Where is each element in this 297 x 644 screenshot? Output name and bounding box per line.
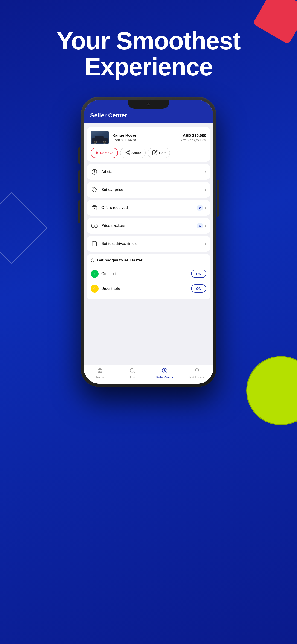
set-test-drives-label: Set test drives times — [101, 242, 205, 246]
svg-rect-18 — [100, 371, 101, 372]
calendar-icon — [91, 240, 98, 247]
svg-point-22 — [164, 370, 165, 371]
urgent-sale-label: Urgent sale — [101, 286, 191, 291]
svg-point-2 — [128, 154, 130, 155]
remove-button[interactable]: 🗑 Remove — [91, 148, 118, 158]
phone-mockup: Seller Center — [80, 97, 216, 387]
nav-item-seller-center[interactable]: Seller Center — [148, 368, 181, 379]
chevron-right-icon: › — [205, 206, 206, 210]
home-nav-label: Home — [96, 376, 104, 379]
car-actions: 🗑 Remove Share — [91, 148, 206, 158]
badges-title: Get badges to sell faster — [97, 258, 142, 262]
edit-button[interactable]: Edit — [148, 148, 170, 158]
svg-point-10 — [92, 225, 94, 228]
car-model: Sport 3.0L V6 SC — [112, 138, 178, 142]
chevron-right-icon: › — [205, 224, 206, 228]
car-image — [91, 130, 109, 144]
hero-title: Your Smoothest Experience — [0, 28, 297, 80]
menu-item-test-drives[interactable]: Set test drives times › — [91, 236, 206, 252]
menu-card-offers: Offers received 2 › — [87, 200, 210, 216]
dashboard-icon — [162, 368, 168, 375]
svg-point-1 — [125, 152, 127, 153]
urgent-sale-icon: ⚡ — [91, 285, 98, 292]
car-wheel-left — [94, 141, 97, 144]
bell-icon — [194, 368, 200, 375]
side-button-power — [217, 180, 219, 216]
speedometer-icon — [91, 168, 98, 176]
phone-notch — [128, 100, 169, 109]
app-screen: Seller Center — [84, 100, 213, 384]
car-wheel-right — [103, 141, 106, 144]
svg-point-5 — [94, 171, 95, 172]
badges-header: ⬡ Get badges to sell faster — [91, 258, 206, 263]
car-price-section: AED 290,000 2020 • 149,291 KM — [181, 133, 206, 142]
urgent-sale-row: ⚡ Urgent sale ON — [91, 281, 206, 296]
great-price-toggle[interactable]: ON — [191, 270, 206, 278]
great-price-icon: ↑ — [91, 270, 98, 278]
car-silhouette — [92, 136, 108, 144]
car-price: AED 290,000 — [181, 133, 206, 138]
menu-item-set-price[interactable]: Set car price › — [91, 182, 206, 198]
offers-received-label: Offers received — [101, 206, 196, 210]
car-name: Range Rover — [112, 133, 178, 138]
bottom-navigation: Home Buy — [84, 365, 213, 384]
glasses-icon — [91, 222, 98, 230]
svg-line-20 — [134, 372, 135, 373]
menu-card-test-drives: Set test drives times › — [87, 236, 210, 252]
buy-nav-label: Buy — [130, 376, 135, 379]
share-button[interactable]: Share — [120, 148, 146, 158]
nav-item-notifications[interactable]: Notifications — [181, 368, 214, 379]
home-icon — [97, 368, 103, 375]
phone-outer: Seller Center — [80, 97, 216, 387]
menu-card-price: Set car price › — [87, 182, 210, 198]
great-price-row: ↑ Great price ON — [91, 266, 206, 281]
svg-rect-17 — [99, 371, 100, 373]
svg-point-11 — [95, 225, 98, 228]
diamond-icon: ⬡ — [91, 258, 95, 263]
menu-item-ad-stats[interactable]: Ad stats › — [91, 164, 206, 180]
menu-card-trackers: Price trackers 6 › — [87, 218, 210, 234]
side-button-vol-up — [78, 170, 80, 194]
edit-icon — [152, 150, 158, 156]
chevron-right-icon: › — [205, 242, 206, 246]
menu-item-offers[interactable]: Offers received 2 › — [91, 200, 206, 216]
bg-decoration-diamond — [0, 192, 48, 264]
svg-rect-12 — [92, 242, 97, 246]
great-price-label: Great price — [101, 272, 191, 276]
trackers-badge: 6 — [196, 223, 203, 228]
car-details: Range Rover Sport 3.0L V6 SC — [112, 133, 178, 142]
trash-icon: 🗑 — [95, 151, 98, 155]
phone-screen: Seller Center — [84, 100, 213, 384]
car-thumbnail — [91, 130, 109, 144]
tag-icon — [91, 186, 98, 194]
ad-stats-label: Ad stats — [101, 170, 205, 174]
search-icon — [130, 368, 136, 375]
app-header-title: Seller Center — [90, 112, 207, 119]
svg-point-0 — [128, 150, 130, 152]
car-info-row: Range Rover Sport 3.0L V6 SC AED 290,000… — [91, 130, 206, 144]
price-trackers-label: Price trackers — [101, 224, 196, 228]
menu-item-price-trackers[interactable]: Price trackers 6 › — [91, 218, 206, 234]
car-listing-card: Range Rover Sport 3.0L V6 SC AED 290,000… — [87, 127, 210, 162]
svg-point-19 — [130, 368, 134, 372]
menu-card-stats: Ad stats › — [87, 164, 210, 180]
notifications-nav-label: Notifications — [190, 376, 204, 379]
bg-decoration-circle — [246, 356, 297, 425]
screen-content: Range Rover Sport 3.0L V6 SC AED 290,000… — [84, 123, 213, 365]
seller-center-nav-label: Seller Center — [156, 376, 173, 379]
badges-card: ⬡ Get badges to sell faster ↑ Great pric… — [87, 254, 210, 300]
side-button-mute — [78, 148, 80, 164]
hero-section: Your Smoothest Experience — [0, 28, 297, 80]
nav-item-buy[interactable]: Buy — [116, 368, 149, 379]
offers-icon — [91, 204, 98, 212]
nav-item-home[interactable]: Home — [84, 368, 116, 379]
urgent-sale-toggle[interactable]: ON — [191, 284, 206, 292]
svg-line-3 — [127, 153, 128, 154]
chevron-right-icon: › — [205, 170, 206, 174]
front-camera — [147, 103, 150, 106]
offers-badge: 2 — [196, 205, 203, 210]
svg-line-4 — [127, 151, 128, 152]
set-car-price-label: Set car price — [101, 188, 205, 192]
share-icon — [124, 150, 130, 156]
side-button-vol-down — [78, 200, 80, 224]
